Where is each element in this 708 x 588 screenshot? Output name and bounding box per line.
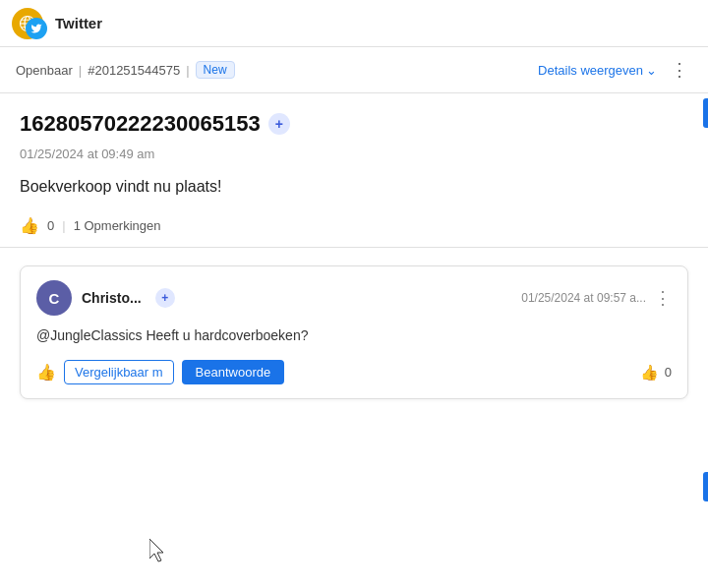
comment-header-left: C Christo... +	[36, 280, 175, 316]
comment-like-count: 0	[665, 365, 672, 380]
comment-actions-left: 👍 Vergelijkbaar m Beantwoorde	[36, 360, 284, 384]
public-label: Openbaar	[16, 63, 73, 78]
comment-actions: 👍 Vergelijkbaar m Beantwoorde 👍 0	[36, 360, 672, 384]
tweet-timestamp: 01/25/2024 at 09:49 am	[20, 147, 688, 161]
twitter-icon	[26, 18, 47, 39]
breadcrumb-right: Details weergeven ⌄ ⋮	[538, 57, 692, 83]
tweet-id-section: 16280570222230065153 +	[20, 111, 688, 137]
header-icons	[12, 8, 47, 39]
sep1: |	[79, 63, 82, 78]
comments-section: C Christo... + 01/25/2024 at 09:57 a... …	[0, 248, 708, 417]
header-bar: Twitter	[0, 0, 708, 47]
ticket-id: #201251544575	[88, 63, 180, 78]
thumb-up-icon[interactable]: 👍	[36, 363, 56, 382]
breadcrumb-left: Openbaar | #201251544575 | New	[16, 61, 235, 79]
tweet-id-text: 16280570222230065153	[20, 111, 261, 137]
like-icon: 👍	[20, 216, 39, 235]
chevron-down-icon: ⌄	[646, 63, 657, 78]
comment-avatar: C	[36, 280, 72, 316]
comment-like-icon: 👍	[640, 364, 659, 382]
sep2: |	[186, 63, 189, 78]
similar-button[interactable]: Vergelijkbaar m	[64, 360, 174, 384]
cursor	[149, 539, 169, 566]
tweet-content: 16280570222230065153 + 01/25/2024 at 09:…	[0, 93, 708, 248]
header-title: Twitter	[55, 15, 102, 31]
scrollbar-indicator-top	[703, 98, 708, 128]
reply-button[interactable]: Beantwoorde	[182, 360, 285, 384]
tweet-plus-button[interactable]: +	[268, 113, 290, 135]
comment-header-right: 01/25/2024 at 09:57 a... ⋮	[521, 287, 672, 309]
footer-sep: |	[62, 218, 65, 233]
comment-more-options-icon[interactable]: ⋮	[654, 287, 672, 309]
comment-header: C Christo... + 01/25/2024 at 09:57 a... …	[36, 280, 672, 316]
like-count: 0	[47, 218, 54, 233]
tweet-footer: 👍 0 | 1 Opmerkingen	[20, 216, 688, 235]
svg-marker-5	[149, 539, 163, 561]
details-link[interactable]: Details weergeven ⌄	[538, 63, 657, 78]
more-options-icon[interactable]: ⋮	[667, 57, 692, 83]
comment-body: @JungleClassics Heeft u hardcoverboeken?	[36, 325, 672, 346]
scrollbar-indicator-bottom	[703, 472, 708, 501]
comment-timestamp: 01/25/2024 at 09:57 a...	[521, 291, 646, 305]
breadcrumb-bar: Openbaar | #201251544575 | New Details w…	[0, 47, 708, 93]
tweet-body: Boekverkoop vindt nu plaats!	[20, 175, 688, 199]
comment-card: C Christo... + 01/25/2024 at 09:57 a... …	[20, 265, 688, 399]
comments-link[interactable]: 1 Opmerkingen	[74, 218, 161, 233]
status-badge: New	[196, 61, 235, 79]
comment-actions-right: 👍 0	[640, 364, 672, 382]
comment-author: Christo...	[82, 290, 142, 306]
comment-plus-button[interactable]: +	[155, 288, 175, 308]
